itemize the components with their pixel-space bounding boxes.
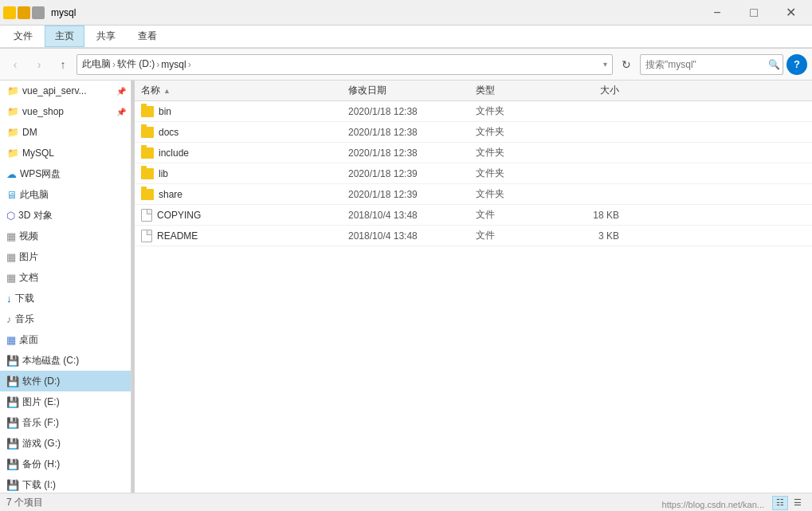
sidebar-label: 本地磁盘 (C:) xyxy=(22,354,79,368)
refresh-button[interactable]: ↻ xyxy=(616,54,637,75)
sidebar-item-3d-objects[interactable]: ⬡ 3D 对象 xyxy=(0,205,131,226)
up-button[interactable]: ↑ xyxy=(53,54,73,75)
sidebar-item-wps-cloud[interactable]: ☁ WPS网盘 xyxy=(0,163,131,184)
sidebar-item-desktop[interactable]: ▦ 桌面 xyxy=(0,329,131,350)
file-list: 名称 ▲ 修改日期 类型 大小 bin 2020/1/18 12:38 文件夹 … xyxy=(135,81,812,493)
sidebar-item-vue-api-serve[interactable]: 📁 vue_api_serv... 📌 xyxy=(0,81,131,101)
close-button[interactable]: ✕ xyxy=(772,0,809,26)
window-title: mysql xyxy=(51,7,699,18)
file-type-cell: 文件 xyxy=(476,208,555,222)
folder-icon: 📁 xyxy=(6,85,19,97)
sidebar-label: 音乐 (F:) xyxy=(22,416,59,430)
sidebar-item-download-i[interactable]: 💾 下载 (I:) xyxy=(0,474,131,493)
file-type-cell: 文件夹 xyxy=(476,125,555,139)
file-date-cell: 2020/1/18 12:38 xyxy=(348,106,476,117)
tab-home[interactable]: 主页 xyxy=(45,26,84,47)
sidebar-item-vue-shop[interactable]: 📁 vue_shop 📌 xyxy=(0,101,131,122)
file-name-text: share xyxy=(159,189,182,200)
file-type-cell: 文件 xyxy=(476,229,555,242)
sidebar-label: vue_api_serv... xyxy=(22,85,87,96)
sidebar-label: 音乐 xyxy=(15,312,34,326)
search-input[interactable] xyxy=(645,59,765,70)
breadcrumb-item-mysql: mysql xyxy=(161,59,186,70)
sidebar-item-soft-d[interactable]: 💾 软件 (D:) xyxy=(0,371,131,391)
file-list-header[interactable]: 名称 ▲ 修改日期 类型 大小 xyxy=(135,81,812,101)
col-header-type[interactable]: 类型 xyxy=(476,84,555,97)
breadcrumb-bar[interactable]: 此电脑 › 软件 (D:) › mysql › ▾ xyxy=(76,54,613,75)
pictures-icon: ▦ xyxy=(6,251,16,263)
title-icon-orange xyxy=(18,6,30,19)
drive-icon: 💾 xyxy=(6,375,19,387)
sidebar-label: 下载 (I:) xyxy=(22,478,56,492)
table-row[interactable]: COPYING 2018/10/4 13:48 文件 18 KB xyxy=(135,205,812,226)
table-row[interactable]: lib 2020/1/18 12:39 文件夹 xyxy=(135,163,812,184)
back-button[interactable]: ‹ xyxy=(5,54,25,75)
table-row[interactable]: share 2020/1/18 12:39 文件夹 xyxy=(135,184,812,205)
file-name-text: lib xyxy=(159,168,168,179)
sort-arrow-icon: ▲ xyxy=(163,87,171,95)
folder-icon xyxy=(141,168,154,179)
music-icon: ♪ xyxy=(6,313,12,325)
col-header-date[interactable]: 修改日期 xyxy=(348,84,476,97)
file-name-text: COPYING xyxy=(157,210,201,221)
sidebar-label: 桌面 xyxy=(19,333,38,347)
sidebar-label: 此电脑 xyxy=(20,188,49,202)
sidebar-item-backup-h[interactable]: 💾 备份 (H:) xyxy=(0,454,131,474)
folder-icon: 📁 xyxy=(6,147,19,159)
breadcrumb-sep-3: › xyxy=(188,59,191,70)
view-icon-list[interactable]: ☰ xyxy=(790,496,806,510)
sidebar-label: MySQL xyxy=(22,147,54,159)
sidebar-item-this-pc[interactable]: 🖥 此电脑 xyxy=(0,184,131,205)
video-icon: ▦ xyxy=(6,230,16,242)
table-row[interactable]: include 2020/1/18 12:38 文件夹 xyxy=(135,143,812,163)
drive-icon: 💾 xyxy=(6,396,19,408)
sidebar-item-downloads[interactable]: ↓ 下载 xyxy=(0,288,131,309)
sidebar: 📁 vue_api_serv... 📌 📁 vue_shop 📌 📁 DM 📁 … xyxy=(0,81,131,493)
minimize-button[interactable]: − xyxy=(699,0,736,26)
help-button[interactable]: ? xyxy=(787,54,807,75)
sidebar-item-game-g[interactable]: 💾 游戏 (G:) xyxy=(0,433,131,454)
desktop-icon: ▦ xyxy=(6,334,16,346)
sidebar-item-video[interactable]: ▦ 视频 xyxy=(0,226,131,246)
sidebar-label: 图片 (E:) xyxy=(22,395,60,409)
sidebar-item-dm[interactable]: 📁 DM xyxy=(0,122,131,143)
folder-icon: 📁 xyxy=(6,105,19,118)
sidebar-item-mysql[interactable]: 📁 MySQL xyxy=(0,143,131,163)
folder-icon xyxy=(141,147,154,159)
maximize-button[interactable]: □ xyxy=(736,0,772,26)
sidebar-item-music-f[interactable]: 💾 音乐 (F:) xyxy=(0,412,131,433)
tab-share[interactable]: 共享 xyxy=(86,26,126,47)
sidebar-item-local-c[interactable]: 💾 本地磁盘 (C:) xyxy=(0,350,131,371)
watermark: https://blog.csdn.net/kan... xyxy=(662,500,764,509)
breadcrumb-sep-1: › xyxy=(112,59,116,70)
tab-view[interactable]: 查看 xyxy=(127,26,167,47)
table-row[interactable]: README 2018/10/4 13:48 文件 3 KB xyxy=(135,226,812,246)
sidebar-item-picture-e[interactable]: 💾 图片 (E:) xyxy=(0,391,131,412)
window-controls: − □ ✕ xyxy=(699,0,809,26)
sidebar-label: 游戏 (G:) xyxy=(22,437,61,450)
tab-file[interactable]: 文件 xyxy=(3,26,43,47)
view-icon-grid[interactable]: ☷ xyxy=(772,496,788,510)
file-name-text: include xyxy=(159,147,189,159)
col-header-size[interactable]: 大小 xyxy=(555,84,619,97)
file-date-cell: 2020/1/18 12:39 xyxy=(348,168,476,179)
table-row[interactable]: bin 2020/1/18 12:38 文件夹 xyxy=(135,101,812,122)
file-name-text: bin xyxy=(159,106,171,117)
file-type-cell: 文件夹 xyxy=(476,187,555,201)
breadcrumb-dropdown[interactable]: ▾ xyxy=(603,60,607,69)
sidebar-item-documents[interactable]: ▦ 文档 xyxy=(0,267,131,288)
sidebar-label: WPS网盘 xyxy=(20,167,61,181)
col-header-name[interactable]: 名称 ▲ xyxy=(141,84,348,97)
file-name-cell: share xyxy=(141,189,348,200)
table-row[interactable]: docs 2020/1/18 12:38 文件夹 xyxy=(135,122,812,143)
file-date-cell: 2020/1/18 12:38 xyxy=(348,147,476,159)
forward-button[interactable]: › xyxy=(29,54,49,75)
file-date-cell: 2018/10/4 13:48 xyxy=(348,210,476,221)
sidebar-item-pictures[interactable]: ▦ 图片 xyxy=(0,246,131,267)
ribbon-tabs: 文件 主页 共享 查看 xyxy=(0,26,812,48)
file-name-cell: README xyxy=(141,230,348,242)
folder-icon xyxy=(141,127,154,138)
item-count: 7 个项目 xyxy=(6,496,43,509)
search-bar[interactable]: 🔍 xyxy=(640,54,783,75)
sidebar-item-music[interactable]: ♪ 音乐 xyxy=(0,309,131,329)
